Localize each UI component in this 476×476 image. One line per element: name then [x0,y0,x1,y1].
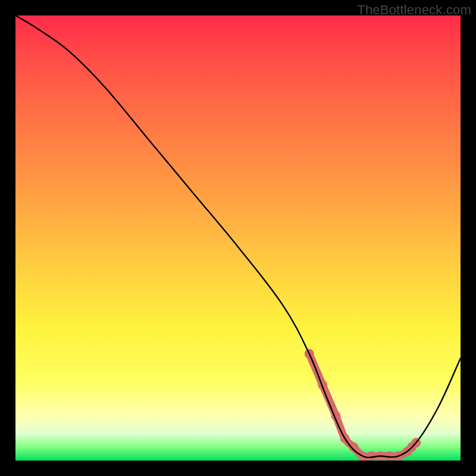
optimal-range-highlight [309,353,416,456]
chart-plot [15,15,461,461]
optimal-range-dot [367,452,376,461]
optimal-range-dots [305,349,421,461]
watermark-label: TheBottleneck.com [357,2,471,18]
bottleneck-curve [15,15,461,458]
chart-frame [15,15,461,461]
